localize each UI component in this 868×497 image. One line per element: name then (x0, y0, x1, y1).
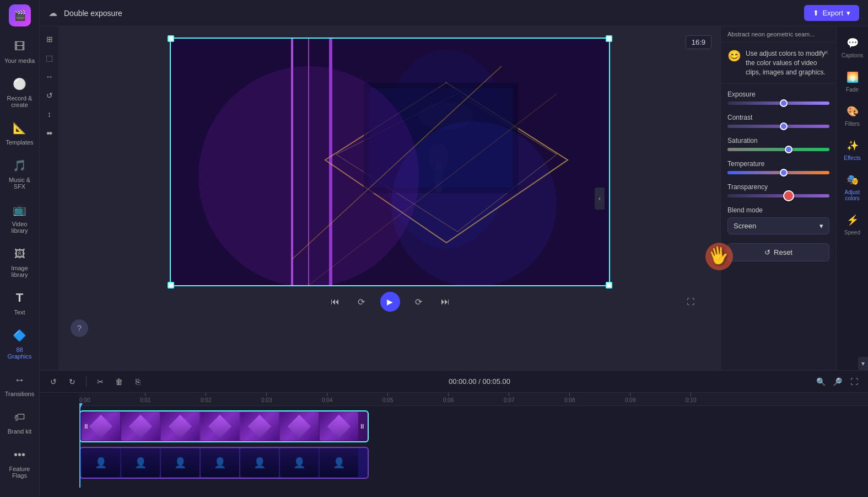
sidebar-item-record-create[interactable]: ⚪ Record &create (2, 71, 37, 113)
saturation-slider-track[interactable] (727, 148, 829, 151)
contrast-slider-track[interactable] (727, 125, 829, 128)
aspect-ratio-badge: 16:9 (686, 35, 711, 49)
rewind-button[interactable]: ⟳ (354, 294, 369, 309)
redo-button[interactable]: ↻ (65, 375, 79, 389)
sidebar-item-label: Your media (4, 57, 35, 64)
clip-frame: 👤 (121, 448, 160, 477)
temperature-slider-thumb[interactable] (780, 169, 788, 177)
feature-flags-icon: ••• (11, 446, 29, 463)
canvas-tool-flip-h[interactable]: ↕ (41, 106, 58, 122)
handle-top-right[interactable] (606, 35, 612, 42)
saturation-slider-thumb[interactable] (785, 146, 792, 153)
clip-frame: 👤 (240, 448, 279, 477)
left-sidebar: 🎬 🎞 Your media ⚪ Record &create 📐 Templa… (0, 0, 40, 497)
reset-button[interactable]: ↺ Reset (727, 243, 829, 261)
fade-label: Fade (846, 87, 859, 93)
sidebar-item-image-library[interactable]: 🖼 Image library (2, 241, 37, 282)
transparency-slider-thumb[interactable] (783, 190, 794, 201)
adjust-colors-icon: 🎭 (845, 172, 860, 188)
forward-button[interactable]: ⟳ (411, 294, 427, 309)
track-row-2: 👤 👤 👤 (79, 447, 868, 481)
canvas-tool-rotate[interactable]: ↺ (41, 87, 58, 104)
timeline-ruler: 0:00 0:01 0:02 0:03 (79, 393, 868, 406)
canvas-area[interactable]: 16:9 ? ⏮ ⟳ ▶ ⟳ ⏭ ⛶ ‹ (60, 26, 720, 370)
graphics-icon: 🔷 (11, 327, 29, 344)
far-icon-effects[interactable]: ✨ Effects (839, 133, 866, 165)
sidebar-item-brand-kit[interactable]: 🏷 Brand kit (2, 404, 37, 439)
sidebar-item-label: Brand kit (8, 428, 31, 435)
far-icon-captions[interactable]: 💬 Captions (839, 31, 866, 63)
skip-to-start-button[interactable]: ⏮ (327, 294, 343, 309)
reset-icon: ↺ (764, 248, 770, 256)
timeline-main[interactable]: 0:00 0:01 0:02 0:03 (79, 393, 868, 497)
far-icon-adjust-colors[interactable]: 🎭 Adjust colors (839, 168, 866, 206)
canvas-toolbar: ⊞ ⬚ ↔ ↺ ↕ ⬌ (40, 26, 60, 370)
undo-button[interactable]: ↺ (46, 375, 61, 389)
sidebar-item-transitions[interactable]: ↔ Transitions (2, 366, 37, 402)
ruler-mark-0: 0:00 (79, 397, 90, 403)
sidebar-item-text[interactable]: T Text (2, 285, 37, 320)
handle-top-left[interactable] (168, 35, 174, 42)
panel-close-button[interactable]: × (821, 47, 832, 58)
canvas-tool-crop[interactable]: ⬚ (41, 50, 58, 66)
asset-title-bar: Abstract neon geometric seam... (721, 26, 836, 42)
temperature-slider-track[interactable] (727, 171, 829, 174)
play-button[interactable]: ▶ (380, 292, 400, 312)
app-logo[interactable]: 🎬 (9, 4, 31, 26)
track-clip-1[interactable]: ⏸ ⏸ (79, 410, 369, 442)
zoom-out-button[interactable]: 🔍 (814, 375, 828, 389)
delete-button[interactable]: 🗑 (112, 375, 126, 389)
cut-button[interactable]: ✂ (93, 375, 107, 389)
svg-point-15 (391, 121, 557, 285)
canvas-tool-resize[interactable]: ↔ (41, 68, 58, 85)
timeline-collapse-button[interactable]: ▾ (858, 357, 868, 370)
ruler-mark-6: 0:06 (443, 393, 454, 403)
blend-mode-dropdown[interactable]: Screen ▾ (727, 217, 829, 234)
far-icon-fade[interactable]: 🌅 Fade (839, 65, 866, 97)
fullscreen-button[interactable]: ⛶ (683, 294, 698, 309)
playback-bar: ⏮ ⟳ ▶ ⟳ ⏭ ⛶ (71, 286, 709, 315)
far-icon-speed[interactable]: ⚡ Speed (839, 208, 866, 240)
transparency-slider-track[interactable] (727, 194, 829, 197)
collapse-panel-button[interactable]: ‹ (595, 188, 605, 210)
timeline-tracks: ⏸ ⏸ (79, 406, 868, 488)
sidebar-item-graphics[interactable]: 🔷 88 Graphics (2, 322, 37, 364)
panel-description: Use adjust colors to modify the color va… (746, 49, 829, 77)
sidebar-item-feature-flags[interactable]: ••• Feature Flags (2, 441, 37, 483)
canvas-tool-select[interactable]: ⊞ (41, 31, 58, 47)
sidebar-item-video-library[interactable]: 📺 Video library (2, 196, 37, 238)
main-area: ☁ Double exposure ⬆ Export ▾ ⊞ ⬚ ↔ ↺ ↕ ⬌ (40, 0, 868, 497)
timeline-toolbar: ↺ ↻ ✂ 🗑 ⎘ 00:00.00 / 00:05.00 🔍 🔎 ⛶ (40, 371, 868, 393)
track-clip-2[interactable]: 👤 👤 👤 (79, 447, 369, 479)
transparency-control: Transparency (727, 183, 829, 197)
fit-to-screen-button[interactable]: ⛶ (847, 375, 861, 389)
skip-to-end-button[interactable]: ⏭ (438, 294, 453, 309)
blend-mode-value: Screen (734, 222, 756, 230)
exposure-slider-track[interactable] (727, 101, 829, 105)
timeline-labels (40, 393, 79, 497)
transparency-label: Transparency (727, 183, 829, 191)
clip-frame (201, 412, 239, 441)
sidebar-item-templates[interactable]: 📐 Templates (2, 115, 37, 150)
neon-lines (171, 39, 609, 285)
contrast-label: Contrast (727, 114, 829, 121)
canvas-tool-flip-v[interactable]: ⬌ (41, 125, 58, 141)
export-button[interactable]: ⬆ Export ▾ (804, 5, 859, 21)
exposure-slider-thumb[interactable] (780, 99, 788, 107)
content-row: ⊞ ⬚ ↔ ↺ ↕ ⬌ (40, 26, 868, 370)
far-icon-filters[interactable]: 🎨 Filters (839, 99, 866, 131)
top-bar: ☁ Double exposure ⬆ Export ▾ (40, 0, 868, 26)
timeline-content: 0:00 0:01 0:02 0:03 (40, 393, 868, 497)
effects-label: Effects (844, 155, 860, 161)
zoom-in-button[interactable]: 🔎 (831, 375, 845, 389)
playhead[interactable] (79, 406, 80, 488)
sidebar-item-your-media[interactable]: 🎞 Your media (2, 33, 37, 68)
sidebar-item-music[interactable]: 🎵 Music & SFX (2, 152, 37, 194)
speed-icon: ⚡ (845, 212, 860, 228)
help-button[interactable]: ? (71, 319, 88, 337)
export-chevron-icon: ▾ (847, 9, 850, 17)
copy-button[interactable]: ⎘ (131, 375, 145, 389)
clip-frame: 👤 (201, 448, 239, 477)
canvas-frame[interactable] (170, 38, 610, 286)
contrast-slider-thumb[interactable] (780, 122, 788, 130)
